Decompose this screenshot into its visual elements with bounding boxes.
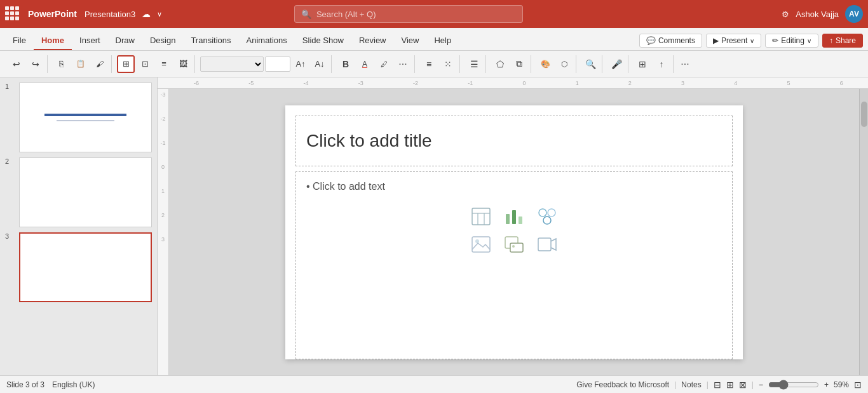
arrange-button[interactable]: ⧉ <box>510 55 528 73</box>
avatar[interactable]: AV <box>845 5 863 23</box>
slide-body-placeholder[interactable]: • Click to add text <box>295 171 733 359</box>
font-size-input[interactable]: 12 <box>265 57 290 72</box>
reading-view-button[interactable]: ⊠ <box>739 380 747 390</box>
shapes-button[interactable]: ⬠ <box>491 55 509 73</box>
find-button[interactable]: 🔍 <box>581 55 599 73</box>
editing-button[interactable]: ✏ Editing ∨ <box>765 34 818 48</box>
sections-button[interactable]: ≡ <box>155 55 173 73</box>
smartart-icon[interactable] <box>536 205 559 228</box>
tab-transitions[interactable]: Transitions <box>183 32 238 50</box>
svg-point-7 <box>539 209 546 216</box>
paste-button[interactable]: 📋 <box>72 55 90 73</box>
view-toggle-button[interactable]: ⊞ <box>634 55 651 73</box>
svg-rect-6 <box>519 216 522 224</box>
numbering-button[interactable]: ⁙ <box>439 55 457 73</box>
decrease-font-button[interactable]: A↓ <box>311 55 329 73</box>
tab-review[interactable]: Review <box>351 32 394 50</box>
fill-color-button[interactable]: 🎨 <box>536 55 554 73</box>
zoom-out-button[interactable]: − <box>759 380 763 389</box>
file-chevron-icon[interactable]: ∨ <box>157 10 162 18</box>
bold-button[interactable]: B <box>337 55 355 73</box>
share-toolbar-button[interactable]: ↑ <box>653 55 670 73</box>
font-family-select[interactable] <box>200 57 264 72</box>
slide-canvas: Click to add title • Click to add text <box>285 105 743 359</box>
fit-to-window-button[interactable]: ⊡ <box>854 380 862 390</box>
main-area: 1 2 3 -6 - <box>0 77 868 375</box>
undo-button[interactable]: ↩ <box>8 55 25 73</box>
content-icons <box>306 205 722 256</box>
edit-icon: ✏ <box>772 36 778 45</box>
tab-animations[interactable]: Animations <box>239 32 295 50</box>
table-icon[interactable] <box>470 205 492 228</box>
online-pictures-icon[interactable] <box>503 233 526 256</box>
slide-canvas-area[interactable]: Click to add title • Click to add text <box>169 89 859 375</box>
slide-2-number: 2 <box>5 157 13 165</box>
format-painter-button[interactable]: 🖌 <box>91 55 109 73</box>
search-icon: 🔍 <box>301 10 311 19</box>
tab-insert[interactable]: Insert <box>72 32 108 50</box>
present-icon: ▶ <box>713 36 719 45</box>
picture-button[interactable]: 🖼 <box>174 55 192 73</box>
file-name: Presentation3 <box>85 10 135 19</box>
bullets-button[interactable]: ≡ <box>420 55 438 73</box>
zoom-level: 59% <box>834 380 849 389</box>
slide-2-thumb[interactable] <box>19 157 152 227</box>
tab-view[interactable]: View <box>394 32 427 50</box>
slide-3-number: 3 <box>5 232 13 240</box>
svg-rect-15 <box>538 238 551 251</box>
zoom-in-button[interactable]: + <box>824 380 829 389</box>
canvas-wrapper: -6 -5 -4 -3 -2 -1 0 1 2 3 4 5 6 -3 -2 -1 <box>158 77 868 375</box>
svg-point-9 <box>543 216 551 224</box>
list-group: ≡ ⁙ <box>417 55 460 73</box>
title-bar: PowerPoint Presentation3 ☁ ∨ 🔍 Search (A… <box>0 0 868 28</box>
more-format-button[interactable]: ··· <box>394 55 412 73</box>
tab-help[interactable]: Help <box>426 32 459 50</box>
chart-icon[interactable] <box>503 205 526 228</box>
undo-redo-group: ↩ ↪ <box>5 55 48 73</box>
normal-view-button[interactable]: ⊟ <box>714 380 721 390</box>
tab-file[interactable]: File <box>5 32 34 50</box>
svg-rect-10 <box>472 237 490 252</box>
highlight-button[interactable]: 🖊 <box>375 55 393 73</box>
app-grid-icon[interactable] <box>5 6 20 22</box>
copy-button[interactable]: ⎘ <box>53 55 71 73</box>
scrollbar-thumb[interactable] <box>861 102 867 127</box>
video-icon[interactable] <box>536 233 559 256</box>
slide-sorter-button[interactable]: ⊞ <box>726 380 734 390</box>
present-chevron-icon: ∨ <box>750 37 754 44</box>
new-slide-button[interactable]: ⊡ <box>136 55 154 73</box>
zoom-slider[interactable] <box>768 380 819 390</box>
align-button[interactable]: ☰ <box>465 55 483 73</box>
picture-icon[interactable] <box>470 233 492 256</box>
settings-icon[interactable]: ⚙ <box>782 10 789 19</box>
content-icons-row-2 <box>470 233 559 256</box>
tab-draw[interactable]: Draw <box>108 32 142 50</box>
view-group: ⊞ ↑ <box>631 55 674 73</box>
slide-title-placeholder[interactable]: Click to add title <box>295 116 733 166</box>
color-group: 🎨 ⬡ <box>534 55 576 73</box>
tab-home[interactable]: Home <box>34 32 72 50</box>
tab-design[interactable]: Design <box>142 32 183 50</box>
search-bar[interactable]: 🔍 Search (Alt + Q) <box>294 5 523 23</box>
slide-1-item: 1 <box>5 83 152 152</box>
slide-1-thumb[interactable] <box>19 83 152 152</box>
increase-font-button[interactable]: A↑ <box>292 55 309 73</box>
shape-outline-button[interactable]: ⬡ <box>555 55 573 73</box>
notes-button[interactable]: Notes <box>681 380 701 389</box>
feedback-text[interactable]: Give Feedback to Microsoft <box>576 380 669 389</box>
editing-chevron-icon: ∨ <box>807 37 811 44</box>
svg-rect-5 <box>512 210 516 224</box>
redo-button[interactable]: ↪ <box>27 55 44 73</box>
more-toolbar-button[interactable]: ··· <box>676 55 694 73</box>
vertical-scrollbar[interactable] <box>859 89 868 375</box>
dictate-button[interactable]: 🎤 <box>607 55 625 73</box>
share-button[interactable]: ↑ Share <box>822 34 863 48</box>
slide-layout-button[interactable]: ⊞ <box>117 55 135 73</box>
present-button[interactable]: ▶ Present ∨ <box>706 34 761 48</box>
tab-slideshow[interactable]: Slide Show <box>295 32 351 50</box>
slide-3-thumb[interactable] <box>19 232 152 302</box>
status-divider-2: | <box>707 380 709 389</box>
comments-button[interactable]: 💬 Comments <box>639 34 702 48</box>
comment-icon: 💬 <box>646 36 656 45</box>
font-color-button[interactable]: A <box>356 55 374 73</box>
